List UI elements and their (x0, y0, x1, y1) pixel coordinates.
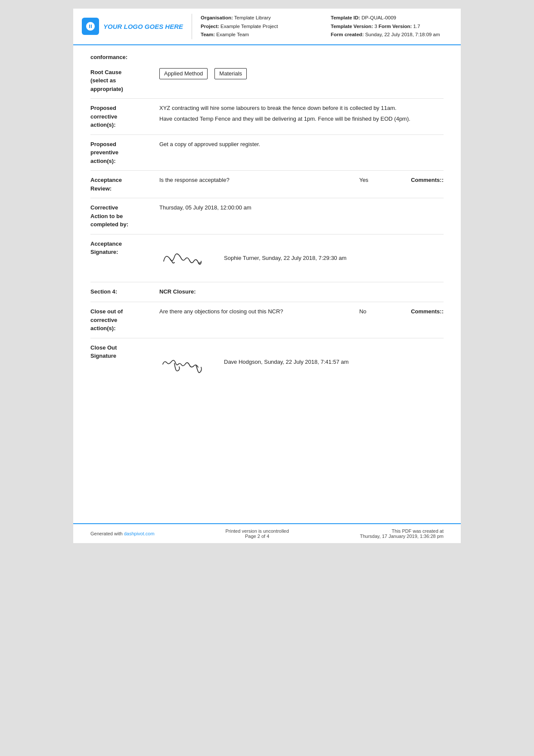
close-out-signature-value: Dave Hodgson, Sunday, 22 July 2018, 7:41… (159, 344, 444, 381)
review-value-row: Is the response acceptable? Yes Comments… (159, 176, 444, 185)
acceptance-signer-text: Sophie Turner, Sunday, 22 July 2018, 7:2… (224, 254, 347, 263)
template-version-value: 3 (374, 24, 377, 29)
acceptance-review-label: Acceptance Review: (90, 176, 159, 193)
preventive-value: Get a copy of approved supplier register… (159, 140, 444, 149)
footer: Generated with dashpivot.com Printed ver… (73, 523, 461, 543)
footer-center: Printed version is uncontrolled Page 2 o… (225, 528, 289, 539)
conformance-label: conformance: (90, 54, 444, 60)
review-question: Is the response acceptable? (159, 176, 333, 185)
proposed-preventive-value: Get a copy of approved supplier register… (159, 140, 444, 166)
footer-right: This PDF was created at Thursday, 17 Jan… (360, 528, 444, 539)
logo-icon (82, 18, 99, 35)
root-cause-value: Applied Method Materials (159, 68, 444, 94)
corrective-action-row: Corrective Action to be completed by: Th… (90, 198, 444, 234)
close-out-signature-label: Close Out Signature (90, 344, 159, 381)
section4-value: NCR Closure: (159, 287, 444, 297)
proposed-corrective-value: XYZ contracting will hire some labourers… (159, 104, 444, 129)
proposed-preventive-label: Proposed preventive action(s): (90, 140, 159, 166)
section4-label: Section 4: (90, 287, 159, 297)
acceptance-signature-area: Sophie Turner, Sunday, 22 July 2018, 7:2… (159, 240, 444, 277)
close-out-sig-image (159, 348, 211, 377)
team-value: Example Team (216, 32, 249, 37)
logo-area: YOUR LOGO GOES HERE (82, 14, 192, 39)
form-created-value: Sunday, 22 July 2018, 7:18:09 am (365, 32, 440, 37)
close-out-corrective-value: Are there any objections for closing out… (159, 307, 444, 333)
acceptance-sig-image (159, 244, 211, 273)
acceptance-signature-label: Acceptance Signature: (90, 240, 159, 277)
root-cause-label: Root Cause (select as appropriate) (90, 68, 159, 94)
template-version-label: Template Version: (331, 24, 373, 29)
close-out-signature-row: Close Out Signature Dave Hodgson, Sunday… (90, 338, 444, 386)
corrective-value-2: Have contacted Temp Fence and they will … (159, 115, 444, 124)
corrective-action-label: Corrective Action to be completed by: (90, 203, 159, 229)
close-out-signer-text: Dave Hodgson, Sunday, 22 July 2018, 7:41… (224, 358, 349, 367)
template-id-value: DP-QUAL-0009 (361, 15, 396, 20)
header-col-left: Organisation: Template Library Project: … (201, 14, 318, 39)
close-out-signature-area: Dave Hodgson, Sunday, 22 July 2018, 7:41… (159, 344, 444, 381)
header-meta: Organisation: Template Library Project: … (201, 14, 448, 39)
dashpivot-link[interactable]: dashpivot.com (124, 531, 155, 536)
org-label: Organisation: (201, 15, 233, 20)
root-cause-row: Root Cause (select as appropriate) Appli… (90, 63, 444, 99)
form-created-label: Form created: (331, 32, 364, 37)
close-out-corrective-row: Close out of corrective action(s): Are t… (90, 302, 444, 338)
header: YOUR LOGO GOES HERE Organisation: Templa… (73, 9, 461, 45)
footer-center-line1: Printed version is uncontrolled (225, 528, 289, 534)
page: YOUR LOGO GOES HERE Organisation: Templa… (73, 9, 461, 543)
close-out-review-value-row: Are there any objections for closing out… (159, 307, 444, 316)
form-version-value: 1.7 (413, 24, 420, 29)
team-label: Team: (201, 32, 215, 37)
footer-right-line1: This PDF was created at (360, 528, 444, 534)
root-cause-tag-1: Applied Method (159, 68, 208, 80)
review-answer: Yes (359, 176, 385, 185)
org-value: Template Library (234, 15, 271, 20)
close-out-corrective-label: Close out of corrective action(s): (90, 307, 159, 333)
acceptance-review-value: Is the response acceptable? Yes Comments… (159, 176, 444, 193)
root-cause-tags: Applied Method Materials (159, 68, 444, 80)
project-value: Example Template Project (220, 24, 278, 29)
corrective-value-1: XYZ contracting will hire some labourers… (159, 104, 444, 113)
proposed-corrective-row: Proposed corrective action(s): XYZ contr… (90, 99, 444, 135)
template-id-label: Template ID: (331, 15, 360, 20)
header-col-right: Template ID: DP-QUAL-0009 Template Versi… (331, 14, 448, 39)
form-version-label: Form Version: (379, 24, 412, 29)
root-cause-tag-2: Materials (214, 68, 247, 80)
content: conformance: Root Cause (select as appro… (73, 45, 461, 523)
corrective-action-date: Thursday, 05 July 2018, 12:00:00 am (159, 204, 251, 211)
acceptance-signature-row: Acceptance Signature: Sophie Turner, Sun… (90, 234, 444, 283)
proposed-corrective-label: Proposed corrective action(s): (90, 104, 159, 129)
close-out-question: Are there any objections for closing out… (159, 307, 333, 316)
proposed-preventive-row: Proposed preventive action(s): Get a cop… (90, 135, 444, 171)
acceptance-review-row: Acceptance Review: Is the response accep… (90, 171, 444, 198)
close-out-answer: No (359, 307, 385, 316)
footer-right-line2: Thursday, 17 January 2019, 1:36:28 pm (360, 534, 444, 539)
review-comments: Comments:: (411, 176, 444, 185)
footer-left: Generated with dashpivot.com (90, 531, 155, 536)
logo-text: YOUR LOGO GOES HERE (103, 23, 183, 30)
corrective-action-value: Thursday, 05 July 2018, 12:00:00 am (159, 203, 444, 229)
close-out-comments: Comments:: (411, 307, 444, 316)
project-label: Project: (201, 24, 219, 29)
generated-prefix: Generated with (90, 531, 124, 536)
section4-row: Section 4: NCR Closure: (90, 282, 444, 302)
acceptance-signature-value: Sophie Turner, Sunday, 22 July 2018, 7:2… (159, 240, 444, 277)
footer-page-number: Page 2 of 4 (225, 534, 289, 539)
